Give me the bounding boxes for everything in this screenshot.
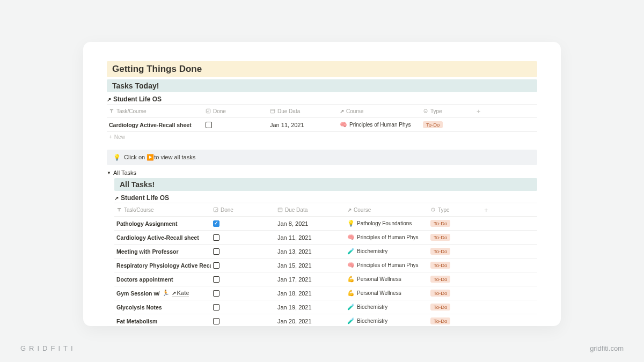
type-tag: To-Do	[430, 290, 450, 297]
cell-course[interactable]: 💪Personal Wellness	[345, 290, 428, 297]
notion-card: Getting Things Done Tasks Today! ↗ Stude…	[83, 42, 561, 326]
cell-course[interactable]: 🧪Biochemistry	[345, 304, 428, 311]
cell-type[interactable]: To-Do	[428, 290, 482, 297]
cell-course[interactable]: 💡Pathology Foundations	[345, 220, 428, 227]
cell-task[interactable]: Respiratory Physiology Active Recall	[114, 262, 211, 269]
table-row[interactable]: Doctors appointmentJan 17, 2021💪Personal…	[114, 272, 537, 286]
checkbox[interactable]	[213, 248, 219, 255]
cell-done[interactable]	[211, 318, 275, 324]
course-emoji-icon: 💪	[347, 290, 355, 297]
cell-due[interactable]: Jan 8, 2021	[275, 220, 345, 227]
cell-type[interactable]: To-Do	[428, 317, 482, 324]
calendar-icon	[277, 207, 283, 212]
cell-course[interactable]: 🧠Principles of Human Phys	[345, 262, 428, 269]
table-row[interactable]: Fat MetabolismJan 20, 2021🧪BiochemistryT…	[114, 314, 537, 326]
db-link-tasks-today[interactable]: ↗ Student Life OS	[107, 95, 537, 103]
section-tasks-today-title: Tasks Today!	[107, 79, 537, 92]
table-row[interactable]: Glycolysis NotesJan 19, 2021🧪Biochemistr…	[114, 300, 537, 314]
cell-done[interactable]	[211, 220, 275, 227]
cell-course[interactable]: 🧠Principles of Human Phys	[338, 121, 421, 128]
all-tasks-table: Task/Course Done Due Data ↗ Course Type …	[114, 203, 537, 326]
col-course[interactable]: ↗ Course	[338, 108, 421, 114]
course-emoji-icon: 🧠	[340, 121, 347, 128]
cell-type[interactable]: To-Do	[428, 234, 482, 241]
arrow-ne-icon: ↗	[114, 195, 119, 201]
cell-due[interactable]: Jan 17, 2021	[275, 276, 345, 283]
cell-due[interactable]: Jan 18, 2021	[275, 290, 345, 297]
cell-due[interactable]: Jan 11, 2021	[268, 122, 338, 128]
cell-course[interactable]: 🧪Biochemistry	[345, 248, 428, 255]
cell-due[interactable]: Jan 15, 2021	[275, 262, 345, 269]
col-done[interactable]: Done	[211, 207, 275, 213]
cell-due[interactable]: Jan 11, 2021	[275, 234, 345, 241]
cell-task[interactable]: Gym Session w/ 🏃↗Kate	[114, 290, 211, 297]
cell-type[interactable]: To-Do	[428, 276, 482, 283]
select-icon	[430, 207, 436, 212]
cell-type[interactable]: To-Do	[428, 220, 482, 227]
type-tag: To-Do	[430, 248, 450, 255]
cell-course[interactable]: 🧠Principles of Human Phys	[345, 234, 428, 241]
table-row[interactable]: Cardiology Active-Recall sheetJan 11, 20…	[114, 231, 537, 245]
course-emoji-icon: 💪	[347, 276, 355, 283]
cell-course[interactable]: 💪Personal Wellness	[345, 276, 428, 283]
cell-task[interactable]: Cardiology Active-Recall sheet	[107, 122, 203, 128]
cell-course[interactable]: 🧪Biochemistry	[345, 317, 428, 324]
cell-type[interactable]: To-Do	[421, 121, 474, 128]
checkbox[interactable]	[213, 276, 219, 283]
col-type[interactable]: Type	[428, 207, 482, 213]
cell-done[interactable]	[211, 290, 275, 297]
brand-left: GRIDFITI	[20, 344, 76, 352]
db-link-all-tasks[interactable]: ↗ Student Life OS	[114, 194, 537, 202]
checkbox[interactable]	[213, 304, 219, 311]
cell-task[interactable]: Cardiology Active-Recall sheet	[114, 234, 211, 241]
cell-type[interactable]: To-Do	[428, 248, 482, 255]
course-emoji-icon: 🧪	[347, 248, 355, 255]
checkbox[interactable]	[213, 220, 219, 227]
db-link-label: Student Life OS	[121, 194, 169, 202]
cell-task[interactable]: Doctors appointment	[114, 276, 211, 283]
inline-page-link[interactable]: ↗Kate	[172, 290, 189, 297]
new-row[interactable]: + New	[107, 132, 537, 142]
cell-type[interactable]: To-Do	[428, 304, 482, 311]
cell-done[interactable]	[203, 122, 268, 128]
svg-rect-3	[214, 208, 218, 212]
col-add[interactable]: +	[482, 206, 498, 214]
col-due[interactable]: Due Data	[275, 207, 345, 213]
col-add[interactable]: +	[474, 107, 491, 115]
cell-done[interactable]	[211, 304, 275, 311]
cell-due[interactable]: Jan 20, 2021	[275, 318, 345, 324]
cell-done[interactable]	[211, 276, 275, 283]
checkbox[interactable]	[213, 234, 219, 241]
table-row[interactable]: Pathology AssignmentJan 8, 2021💡Patholog…	[114, 217, 537, 231]
cell-due[interactable]: Jan 19, 2021	[275, 304, 345, 311]
col-task[interactable]: Task/Course	[107, 108, 203, 114]
cell-done[interactable]	[211, 248, 275, 255]
table-row[interactable]: Meeting with ProfessorJan 13, 2021🧪Bioch…	[114, 245, 537, 258]
checkbox[interactable]	[206, 122, 212, 128]
cell-task[interactable]: Fat Metabolism	[114, 318, 211, 324]
col-due[interactable]: Due Data	[268, 108, 338, 114]
cell-task[interactable]: Glycolysis Notes	[114, 304, 211, 311]
checkbox-icon	[206, 108, 211, 114]
svg-point-2	[424, 109, 427, 113]
cell-task[interactable]: Meeting with Professor	[114, 248, 211, 255]
col-course[interactable]: ↗ Course	[345, 207, 428, 213]
toggle-label: All Tasks	[113, 169, 136, 176]
table-row[interactable]: Respiratory Physiology Active RecallJan …	[114, 258, 537, 272]
col-done[interactable]: Done	[203, 108, 268, 114]
checkbox[interactable]	[213, 290, 219, 297]
col-task[interactable]: Task/Course	[114, 207, 211, 213]
toggle-all-tasks[interactable]: ▼ All Tasks	[107, 169, 537, 176]
cell-type[interactable]: To-Do	[428, 262, 482, 269]
checkbox[interactable]	[213, 318, 219, 324]
checkbox[interactable]	[213, 262, 219, 269]
table-row[interactable]: Cardiology Active-Recall sheetJan 11, 20…	[107, 118, 537, 132]
cell-done[interactable]	[211, 262, 275, 269]
col-type[interactable]: Type	[421, 108, 474, 114]
cell-task[interactable]: Pathology Assignment	[114, 220, 211, 227]
table-header: Task/Course Done Due Data ↗ Course Type …	[114, 203, 537, 217]
cell-done[interactable]	[211, 234, 275, 241]
cell-due[interactable]: Jan 13, 2021	[275, 248, 345, 255]
table-row[interactable]: Gym Session w/ 🏃↗KateJan 18, 2021💪Person…	[114, 286, 537, 300]
course-emoji-icon: 🧪	[347, 304, 355, 311]
